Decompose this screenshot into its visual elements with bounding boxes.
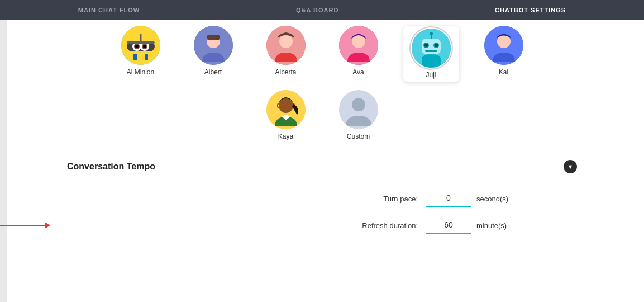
svg-point-23	[435, 44, 438, 47]
avatar-label-kaya: Kaya	[278, 133, 293, 140]
avatar-label-ava: Ava	[352, 68, 364, 76]
turn-pace-label: Turn pace:	[383, 195, 418, 203]
svg-rect-13	[207, 35, 220, 40]
avatar-kai[interactable]: Kai	[476, 26, 532, 82]
avatar-circle-kaya	[266, 90, 306, 129]
avatar-alberta[interactable]: Alberta	[258, 26, 314, 82]
svg-point-22	[424, 44, 428, 47]
avatar-section: Ai Minion Albert	[67, 20, 577, 149]
tempo-section: Conversation Tempo ▼ Turn pace: second(s…	[67, 160, 577, 244]
svg-point-7	[143, 45, 146, 48]
avatar-albert[interactable]: Albert	[185, 26, 241, 82]
svg-point-6	[135, 45, 139, 48]
arrow-line	[0, 225, 45, 226]
avatar-label-minion: Ai Minion	[127, 68, 154, 76]
refresh-duration-unit: minute(s)	[476, 221, 521, 230]
avatar-circle-minion	[121, 26, 160, 65]
svg-rect-24	[425, 50, 437, 52]
avatar-circle-custom	[339, 90, 378, 129]
svg-point-26	[430, 32, 433, 35]
sidebar-strip	[0, 20, 7, 302]
avatar-label-albert: Albert	[204, 68, 222, 76]
svg-rect-9	[133, 54, 137, 60]
svg-point-15	[279, 35, 293, 48]
svg-rect-8	[127, 41, 155, 44]
top-nav: MAIN CHAT FLOW Q&A BOARD CHATBOT SETTING…	[0, 0, 644, 20]
avatar-circle-alberta	[266, 26, 306, 65]
turn-pace-unit: second(s)	[476, 195, 521, 203]
avatar-circle-albert	[194, 26, 233, 65]
avatar-kaya[interactable]: Kaya	[258, 90, 314, 140]
tempo-header: Conversation Tempo ▼	[67, 160, 577, 173]
avatar-ava[interactable]: Ava	[331, 26, 387, 82]
avatar-label-juji: Juji	[426, 71, 436, 79]
svg-point-35	[352, 98, 365, 111]
tempo-toggle-button[interactable]: ▼	[564, 160, 577, 173]
refresh-duration-input[interactable]	[426, 217, 471, 234]
svg-rect-10	[145, 54, 148, 60]
avatar-juji[interactable]: Juji	[403, 26, 459, 82]
avatar-ai-minion[interactable]: Ai Minion	[113, 26, 169, 82]
red-arrow-indicator	[0, 222, 50, 229]
refresh-duration-row: Refresh duration: minute(s)	[67, 217, 577, 234]
avatar-row-1: Ai Minion Albert	[113, 26, 532, 82]
turn-pace-input[interactable]	[426, 190, 471, 207]
avatar-label-kai: Kai	[499, 68, 508, 76]
arrow-head	[45, 222, 50, 229]
nav-main-chat-flow[interactable]: MAIN CHAT FLOW	[67, 0, 151, 20]
avatar-circle-juji	[412, 29, 451, 68]
avatar-circle-ava	[339, 26, 378, 65]
refresh-duration-label: Refresh duration:	[362, 221, 418, 230]
avatar-circle-kai	[484, 26, 523, 65]
main-content: Ai Minion Albert	[0, 20, 644, 302]
avatar-row-2: Kaya Custom	[258, 90, 387, 140]
avatar-label-custom: Custom	[347, 133, 370, 140]
nav-qa-board[interactable]: Q&A BOARD	[285, 0, 350, 20]
avatar-label-alberta: Alberta	[275, 68, 296, 76]
turn-pace-row: Turn pace: second(s)	[67, 190, 577, 207]
nav-chatbot-settings[interactable]: CHATBOT SETTINGS	[484, 0, 577, 20]
tempo-title: Conversation Tempo	[67, 162, 155, 172]
avatar-custom[interactable]: Custom	[331, 90, 387, 140]
tempo-divider	[164, 167, 555, 167]
